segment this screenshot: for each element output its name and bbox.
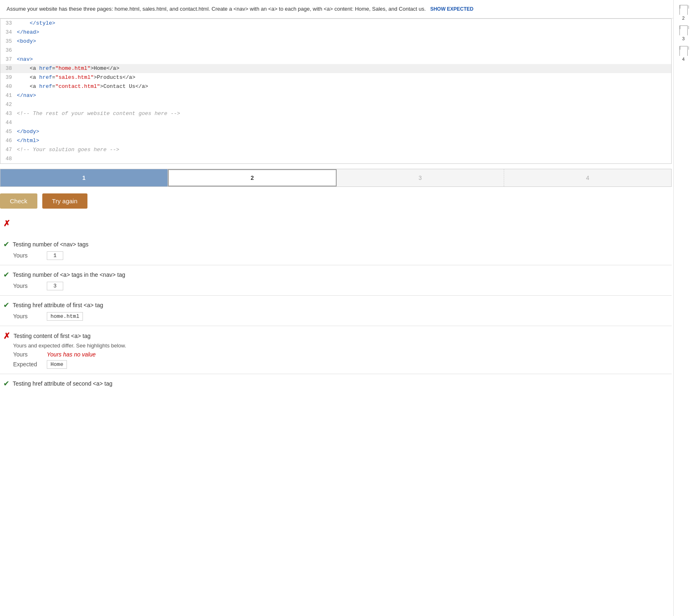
progress-tabs: 1 2 3 4 xyxy=(0,169,672,187)
code-line-42: 42 xyxy=(0,100,671,109)
yours-label-3: Yours xyxy=(13,313,42,319)
test-label-4: Testing content of first <a> tag xyxy=(14,333,91,339)
yours-value-3: home.html xyxy=(47,312,83,321)
code-line-38: 38 <a href="home.html">Home</a> xyxy=(0,64,671,73)
sidebar-num-2: 2 xyxy=(682,16,684,21)
instruction-text: Assume your website has these three page… xyxy=(7,6,426,12)
sidebar-item-4[interactable]: 4 xyxy=(679,44,688,63)
pass-icon-2: ✔ xyxy=(3,270,9,279)
code-line-45: 45 </body> xyxy=(0,127,671,136)
top-fail-icon: ✗ xyxy=(3,219,10,228)
pass-icon-3: ✔ xyxy=(3,301,9,310)
show-expected-button[interactable]: SHOW EXPECTED xyxy=(430,6,473,12)
yours-value-1: 1 xyxy=(47,251,63,260)
expected-value-4: Home xyxy=(47,360,67,369)
yours-value-2: 3 xyxy=(47,282,63,290)
fail-icon-4: ✗ xyxy=(3,331,10,341)
test-a-count: ✔ Testing number of <a> tags in the <nav… xyxy=(0,265,672,296)
test-href-second: ✔ Testing href attribute of second <a> t… xyxy=(0,374,672,393)
sidebar-item-2[interactable]: 2 xyxy=(679,3,688,22)
tab-4[interactable]: 4 xyxy=(504,169,671,186)
sidebar-item-3[interactable]: 3 xyxy=(679,24,688,43)
test-label-5: Testing href attribute of second <a> tag xyxy=(13,380,112,387)
code-line-34: 34 </head> xyxy=(0,28,671,37)
tab-1[interactable]: 1 xyxy=(0,169,168,186)
code-line-41: 41 </nav> xyxy=(0,91,671,100)
code-line-44: 44 xyxy=(0,118,671,127)
expected-label-4: Expected xyxy=(13,361,42,368)
code-line-43: 43 <!-- The rest of your website content… xyxy=(0,109,671,118)
line-num-33: 33 xyxy=(0,19,17,28)
sidebar-num-3: 3 xyxy=(682,36,684,41)
flag-icon-3 xyxy=(679,25,688,35)
code-line-40: 40 <a href="contact.html">Contact Us</a> xyxy=(0,82,671,91)
test-content-first: ✗ Testing content of first <a> tag Yours… xyxy=(0,326,672,374)
yours-label-1: Yours xyxy=(13,252,42,259)
code-line-37: 37 <nav> xyxy=(0,55,671,64)
code-line-35: 35 <body> xyxy=(0,37,671,46)
flag-icon-4 xyxy=(679,46,688,56)
differ-note: Yours and expected differ. See highlight… xyxy=(0,341,672,349)
sidebar-num-4: 4 xyxy=(682,57,684,62)
code-line-48: 48 xyxy=(0,154,671,163)
yours-label-4: Yours xyxy=(13,351,42,358)
code-line-33: 33 </style> xyxy=(0,19,671,28)
pass-icon-1: ✔ xyxy=(3,240,9,249)
instruction-bar: Assume your website has these three page… xyxy=(0,0,693,18)
right-sidebar: 2 3 4 xyxy=(673,0,693,409)
tab-2[interactable]: 2 xyxy=(168,169,337,186)
test-href-first: ✔ Testing href attribute of first <a> ta… xyxy=(0,296,672,326)
test-label-2: Testing number of <a> tags in the <nav> … xyxy=(13,271,125,278)
tab-3[interactable]: 3 xyxy=(337,169,504,186)
code-line-47: 47 <!-- Your solution goes here --> xyxy=(0,145,671,154)
yours-label-2: Yours xyxy=(13,283,42,289)
action-buttons: Check Try again xyxy=(0,187,672,215)
check-button[interactable]: Check xyxy=(0,193,37,209)
test-label-3: Testing href attribute of first <a> tag xyxy=(13,302,103,308)
code-line-39: 39 <a href="sales.html">Products</a> xyxy=(0,73,671,82)
pass-icon-5: ✔ xyxy=(3,379,9,388)
test-nav-count: ✔ Testing number of <nav> tags Yours 1 xyxy=(0,235,672,265)
yours-value-4: Yours has no value xyxy=(47,351,96,358)
code-line-36: 36 xyxy=(0,46,671,55)
flag-icon-2 xyxy=(679,5,688,15)
test-label-1: Testing number of <nav> tags xyxy=(13,241,88,248)
results-area: ✗ ✔ Testing number of <nav> tags Yours 1… xyxy=(0,215,672,409)
try-again-button[interactable]: Try again xyxy=(42,193,87,209)
top-status: ✗ xyxy=(0,215,672,235)
code-line-46: 46 </html> xyxy=(0,136,671,145)
code-editor[interactable]: 33 </style> 34 </head> 35 <body> 36 37 <… xyxy=(0,18,672,164)
